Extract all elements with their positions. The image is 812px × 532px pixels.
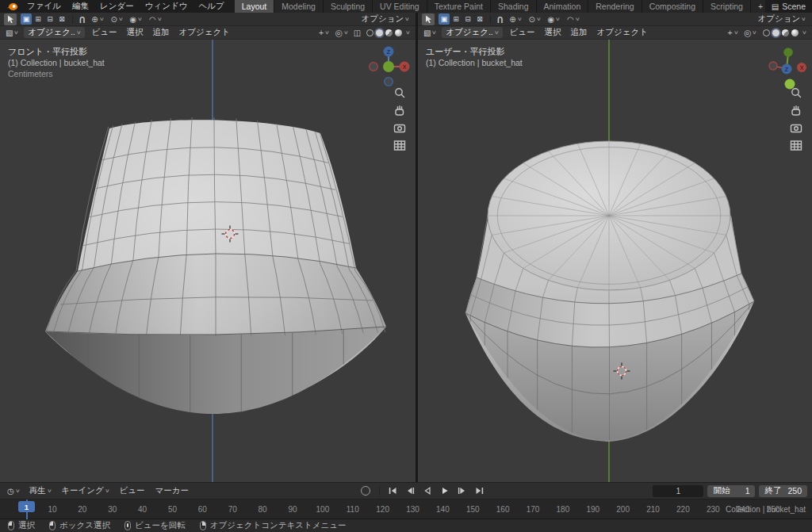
- ruler-frame-label: 120: [376, 505, 389, 514]
- proportional-editing-dropdown[interactable]: ◉∨: [128, 13, 145, 25]
- shading-rendered-button[interactable]: [791, 29, 799, 36]
- pivot-point-dropdown[interactable]: ⊙∨: [108, 13, 124, 25]
- select-menu[interactable]: 選択: [541, 27, 565, 38]
- mode-dropdown[interactable]: オブジェク..∨: [442, 27, 502, 38]
- select-mode-extend-button[interactable]: ⊞: [33, 13, 44, 25]
- frame-end-field[interactable]: 終了250: [759, 485, 807, 497]
- shading-wireframe-button[interactable]: [763, 29, 770, 36]
- workspace-tab-modeling[interactable]: Modeling: [274, 0, 324, 13]
- workspace-tab-uv-editing[interactable]: UV Editing: [373, 0, 427, 13]
- select-mode-set-button[interactable]: ▣: [439, 13, 450, 25]
- navigation-gizmo[interactable]: X Z: [769, 48, 806, 89]
- workspace-tab-sculpting[interactable]: Sculpting: [324, 0, 373, 13]
- xray-toggle[interactable]: ◫: [352, 27, 362, 39]
- workspace-tab-scripting[interactable]: Scripting: [703, 0, 751, 13]
- view-menu[interactable]: ビュー: [506, 27, 539, 38]
- snap-settings-dropdown[interactable]: ⊕∨: [507, 13, 523, 25]
- shading-solid-button[interactable]: [376, 29, 383, 36]
- 3d-viewport-front[interactable]: フロント・平行投影 (1) Collection | bucket_hat Ce…: [0, 40, 416, 482]
- zoom-icon[interactable]: [396, 89, 404, 98]
- pan-hand-icon[interactable]: [792, 106, 800, 115]
- frame-start-field[interactable]: 開始1: [707, 485, 755, 497]
- 3d-viewport-user[interactable]: ユーザー・平行投影 (1) Collection | bucket_hat X …: [418, 40, 812, 482]
- ruler-frame-label: 250: [767, 505, 780, 514]
- shading-solid-button[interactable]: [772, 29, 779, 36]
- tool-options-dropdown[interactable]: オプション∨: [756, 13, 809, 25]
- object-menu[interactable]: オブジェクト: [175, 27, 234, 38]
- falloff-dropdown[interactable]: ◠∨: [147, 13, 164, 25]
- shading-mode-group: ∨: [366, 29, 410, 36]
- play-reverse-button[interactable]: [421, 485, 435, 497]
- zoom-icon[interactable]: [792, 89, 801, 98]
- orthographic-grid-icon[interactable]: [395, 141, 405, 150]
- next-keyframe-button[interactable]: [456, 485, 469, 497]
- menu-window[interactable]: ウィンドウ: [140, 0, 193, 13]
- playhead-frame-badge[interactable]: 1: [18, 501, 35, 512]
- workspace-tab-layout[interactable]: Layout: [235, 0, 275, 13]
- blender-logo-icon[interactable]: [3, 2, 21, 11]
- shading-material-button[interactable]: [782, 29, 789, 36]
- timeline-editor-type-selector[interactable]: ◷∨: [5, 485, 22, 497]
- scene-selector[interactable]: ▤ Scene: [765, 0, 812, 13]
- navigation-gizmo[interactable]: Z X: [370, 47, 410, 86]
- marker-menu[interactable]: マーカー: [152, 485, 193, 496]
- menu-edit[interactable]: 編集: [67, 0, 94, 13]
- pivot-point-dropdown[interactable]: ⊙∨: [526, 13, 542, 25]
- workspace-tab-rendering[interactable]: Rendering: [588, 0, 642, 13]
- add-menu[interactable]: 追加: [567, 27, 592, 38]
- snap-magnet-toggle[interactable]: U: [496, 13, 504, 25]
- snap-settings-dropdown[interactable]: ⊕∨: [89, 13, 105, 25]
- proportional-editing-dropdown[interactable]: ◉∨: [546, 13, 563, 25]
- active-tool-select-box-button[interactable]: [4, 13, 17, 25]
- jump-to-start-button[interactable]: [386, 485, 400, 497]
- overlays-dropdown[interactable]: ◎∨: [333, 27, 350, 39]
- timeline-ruler[interactable]: 1 Collection | bucket_hat 10203040506070…: [0, 499, 812, 519]
- add-workspace-button[interactable]: +: [751, 0, 765, 13]
- camera-view-icon[interactable]: [791, 125, 802, 132]
- workspace-tab-compositing[interactable]: Compositing: [642, 0, 703, 13]
- menu-render[interactable]: レンダー: [94, 0, 140, 13]
- object-menu[interactable]: オブジェクト: [593, 27, 652, 38]
- workspace-tab-shading[interactable]: Shading: [491, 0, 537, 13]
- playback-menu[interactable]: 再生∨: [26, 485, 55, 496]
- select-mode-subtract-button[interactable]: ⊟: [44, 13, 56, 25]
- editor-type-selector[interactable]: ▧∨: [421, 27, 439, 39]
- workspace-tab-texture-paint[interactable]: Texture Paint: [427, 0, 491, 13]
- auto-keyframe-toggle[interactable]: [361, 486, 370, 496]
- camera-view-icon[interactable]: [395, 125, 405, 132]
- select-mode-intersect-button[interactable]: ⊠: [56, 13, 67, 25]
- snap-magnet-toggle[interactable]: U: [78, 13, 86, 25]
- overlays-dropdown[interactable]: ◎∨: [741, 27, 759, 39]
- current-frame-field[interactable]: 1: [653, 485, 703, 497]
- select-menu[interactable]: 選択: [123, 27, 147, 38]
- active-tool-select-box-button[interactable]: [422, 13, 435, 25]
- left-mouse-icon: [8, 521, 14, 530]
- pan-hand-icon[interactable]: [396, 106, 404, 115]
- select-mode-subtract-button[interactable]: ⊟: [462, 13, 473, 25]
- previous-keyframe-button[interactable]: [404, 485, 417, 497]
- tool-options-dropdown[interactable]: オプション∨: [359, 13, 412, 25]
- gizmos-dropdown[interactable]: +∨: [725, 27, 740, 39]
- mode-dropdown[interactable]: オブジェク..∨: [24, 27, 84, 38]
- ruler-frame-label: 70: [228, 505, 237, 514]
- play-button[interactable]: [439, 485, 452, 497]
- keying-menu[interactable]: キーイング∨: [58, 485, 112, 496]
- select-mode-intersect-button[interactable]: ⊠: [474, 13, 485, 25]
- shading-material-button[interactable]: [385, 29, 393, 36]
- shading-wireframe-button[interactable]: [366, 29, 373, 36]
- select-mode-set-button[interactable]: ▣: [21, 13, 32, 25]
- jump-to-end-button[interactable]: [473, 485, 487, 497]
- add-menu[interactable]: 追加: [149, 27, 174, 38]
- menu-file[interactable]: ファイル: [21, 0, 67, 13]
- falloff-dropdown[interactable]: ◠∨: [565, 13, 582, 25]
- select-mode-extend-button[interactable]: ⊞: [450, 13, 462, 25]
- orthographic-grid-icon[interactable]: [791, 141, 802, 150]
- shading-rendered-button[interactable]: [395, 29, 402, 36]
- ruler-frame-label: 100: [316, 505, 330, 514]
- view-menu[interactable]: ビュー: [88, 27, 121, 38]
- gizmos-dropdown[interactable]: +∨: [316, 27, 331, 39]
- editor-type-selector[interactable]: ▧∨: [3, 27, 21, 39]
- menu-help[interactable]: ヘルプ: [193, 0, 229, 13]
- timeline-view-menu[interactable]: ビュー: [117, 485, 148, 496]
- workspace-tab-animation[interactable]: Animation: [537, 0, 589, 13]
